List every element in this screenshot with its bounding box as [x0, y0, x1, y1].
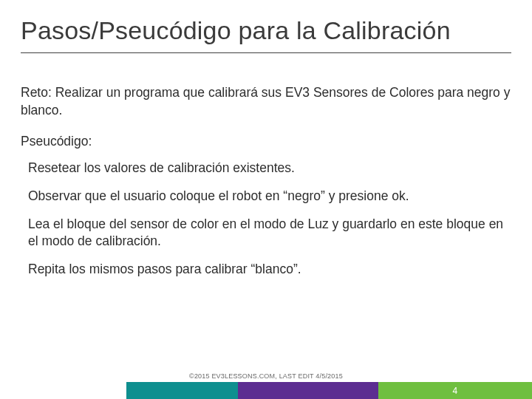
copyright-text: ©2015 EV3LESSONS.COM, LAST EDIT 4/5/2015 [0, 372, 532, 380]
title-rule [21, 52, 511, 53]
slide: Pasos/Pseucódigo para la Calibración Ret… [0, 0, 532, 399]
step-item: Observar que el usuario coloque el robot… [28, 188, 511, 205]
footer-bar: 4 [0, 382, 532, 399]
content-area: Pasos/Pseucódigo para la Calibración Ret… [0, 0, 532, 399]
footer-seg-teal [126, 382, 239, 399]
step-item: Repita los mismos pasos para calibrar “b… [28, 261, 511, 279]
pseudocode-steps: Resetear los valores de calibración exis… [21, 160, 511, 278]
footer-seg-purple [238, 382, 378, 399]
page-title: Pasos/Pseucódigo para la Calibración [21, 16, 511, 45]
step-item: Resetear los valores de calibración exis… [28, 160, 511, 177]
pseudocode-label: Pseucódigo: [21, 134, 511, 149]
footer-seg-white [0, 382, 126, 399]
footer-seg-green: 4 [378, 382, 532, 399]
page-number: 4 [452, 386, 457, 396]
step-item: Lea el bloque del sensor de color en el … [28, 216, 511, 250]
challenge-text: Reto: Realizar un programa que calibrará… [21, 84, 511, 119]
